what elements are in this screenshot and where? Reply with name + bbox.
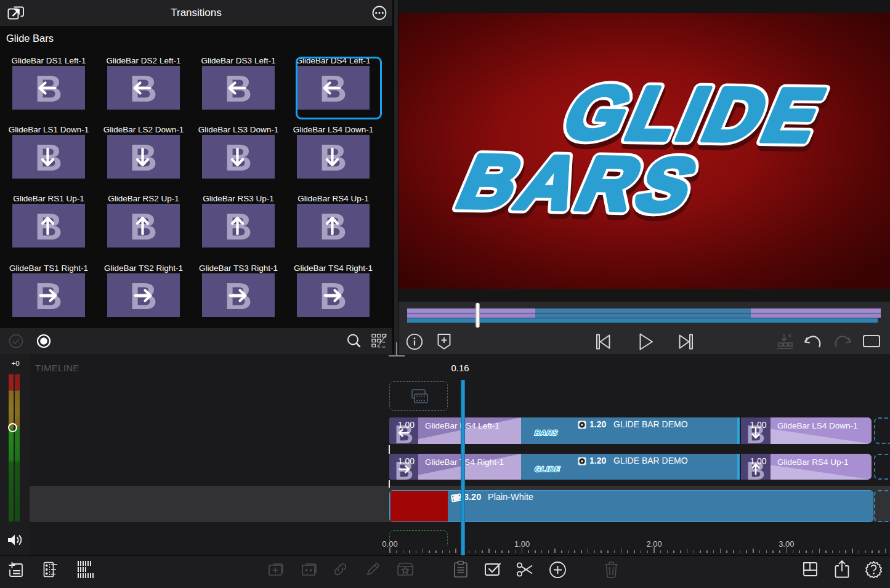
svg-text:BARS: BARS [446,139,714,227]
svg-text:GLIDE: GLIDE [534,465,560,473]
svg-text:BARS: BARS [534,429,558,437]
